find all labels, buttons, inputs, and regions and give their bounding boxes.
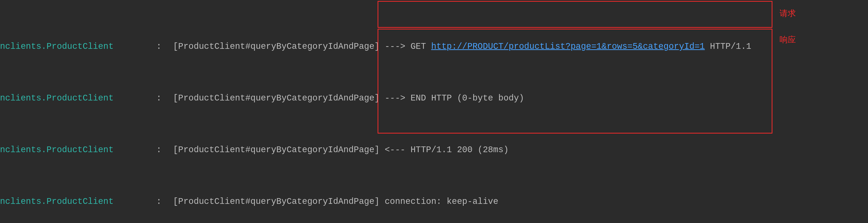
log-msg: ---> END HTTP (0-byte body) xyxy=(379,92,524,105)
resp-status: <--- HTTP/1.1 200 (28ms) xyxy=(385,145,508,155)
request-url[interactable]: http://PRODUCT/productList?page=1&rows=5… xyxy=(431,41,705,51)
logger-name: nclients.ProductClient xyxy=(0,195,154,208)
log-tag: [ProductClient#queryByCategoryIdAndPage] xyxy=(173,92,379,105)
logger-name: nclients.ProductClient xyxy=(0,40,154,53)
log-msg: <--- HTTP/1.1 200 (28ms) xyxy=(379,144,508,157)
separator: : xyxy=(154,92,173,105)
log-line: nclients.ProductClient : [ProductClient#… xyxy=(0,40,868,53)
log-tag: [ProductClient#queryByCategoryIdAndPage] xyxy=(173,144,379,157)
log-msg: connection: keep-alive xyxy=(379,195,498,208)
annotation-request: 请求 xyxy=(780,7,796,19)
log-line: nclients.ProductClient : [ProductClient#… xyxy=(0,195,868,208)
logger-name: nclients.ProductClient xyxy=(0,92,154,105)
separator: : xyxy=(154,40,173,53)
log-line: nclients.ProductClient : [ProductClient#… xyxy=(0,144,868,157)
annotation-response: 响应 xyxy=(780,33,796,46)
console-log: nclients.ProductClient : [ProductClient#… xyxy=(0,0,868,223)
highlight-box-request xyxy=(378,1,772,28)
log-msg: ---> GET http://PRODUCT/productList?page… xyxy=(379,40,751,53)
log-tag: [ProductClient#queryByCategoryIdAndPage] xyxy=(173,40,379,53)
log-line: nclients.ProductClient : [ProductClient#… xyxy=(0,92,868,105)
req-prefix: ---> GET xyxy=(385,41,431,51)
req-suffix: HTTP/1.1 xyxy=(705,41,751,51)
separator: : xyxy=(154,195,173,208)
req-end: ---> END HTTP (0-byte body) xyxy=(385,93,524,103)
separator: : xyxy=(154,144,173,157)
log-tag: [ProductClient#queryByCategoryIdAndPage] xyxy=(173,195,379,208)
resp-header: connection: keep-alive xyxy=(385,197,498,206)
logger-name: nclients.ProductClient xyxy=(0,144,154,157)
